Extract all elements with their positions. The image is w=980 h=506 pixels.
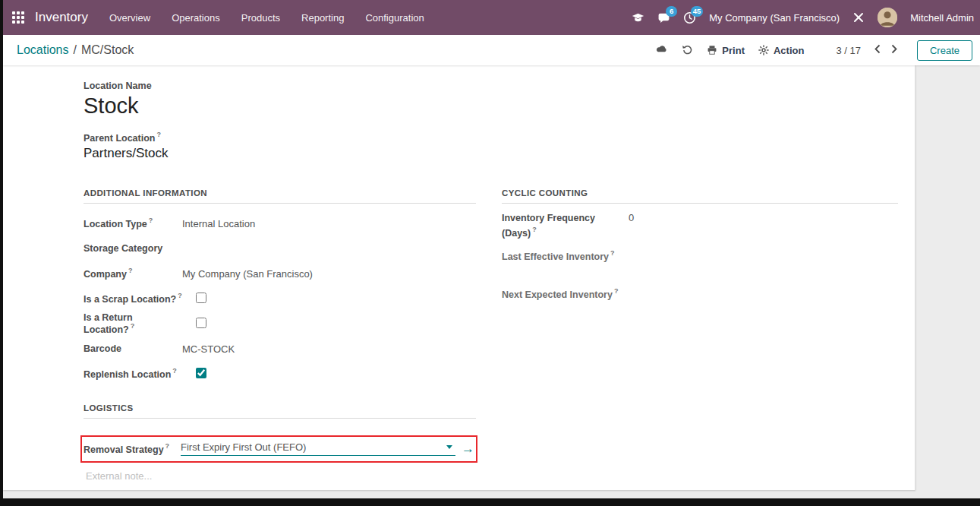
parent-location-value[interactable]: Partners/Stock <box>84 146 896 161</box>
external-note-field[interactable]: External note... <box>86 470 476 485</box>
location-name-label: Location Name <box>84 81 896 91</box>
print-button[interactable]: Print <box>707 45 745 56</box>
right-column: CYCLIC COUNTING Inventory Frequency (Day… <box>502 188 898 485</box>
systray: 6 45 My Company (San Francisco) Mitchell… <box>632 8 974 27</box>
field-last-effective-inventory: Last Effective Inventory? <box>502 249 898 286</box>
section-additional-information: ADDITIONAL INFORMATION Location Type? In… <box>84 188 476 387</box>
apps-menu-icon[interactable] <box>12 11 24 24</box>
create-button[interactable]: Create <box>917 40 972 61</box>
user-avatar <box>878 8 897 27</box>
help-icon[interactable]: ? <box>128 267 133 274</box>
messages-count-badge: 6 <box>666 6 677 17</box>
developer-tools-icon[interactable] <box>852 11 865 24</box>
field-storage-category: Storage Category <box>84 236 476 261</box>
section-logistics: LOGISTICS Removal Strategy? First Expiry… <box>84 403 476 485</box>
scrap-location-checkbox[interactable] <box>196 293 206 303</box>
action-button[interactable]: Action <box>758 45 804 56</box>
section-title-cyclic: CYCLIC COUNTING <box>502 188 898 204</box>
location-name-block: Location Name Stock <box>84 81 896 119</box>
control-panel: Locations / MC/Stock Print Action 3 / 17 <box>3 35 980 65</box>
pager-value: 3 / 17 <box>836 45 861 56</box>
field-scrap-location: Is a Scrap Location?? <box>84 286 476 312</box>
menu-overview[interactable]: Overview <box>109 12 150 24</box>
content-area: Location Name Stock Parent Location? Par… <box>3 65 980 498</box>
company-value[interactable]: My Company (San Francisco) <box>182 268 476 280</box>
form-columns: ADDITIONAL INFORMATION Location Type? In… <box>84 188 896 485</box>
replenish-location-checkbox[interactable] <box>196 368 206 378</box>
activities-button[interactable]: 45 <box>683 11 696 24</box>
parent-location-block: Parent Location? Partners/Stock <box>84 131 896 161</box>
breadcrumb: Locations / MC/Stock <box>17 43 134 57</box>
help-icon[interactable]: ? <box>172 367 177 375</box>
menu-products[interactable]: Products <box>241 12 280 24</box>
last-effective-inventory-value[interactable] <box>629 249 898 250</box>
help-icon[interactable]: ? <box>610 249 615 257</box>
app-menubar: Overview Operations Products Reporting C… <box>109 12 424 24</box>
field-company: Company? My Company (San Francisco) <box>84 261 476 286</box>
red-annotation-highlight: Removal Strategy? First Expiry First Out… <box>80 435 477 463</box>
company-switcher[interactable]: My Company (San Francisco) <box>709 12 840 24</box>
barcode-value[interactable]: MC-STOCK <box>182 343 476 355</box>
help-icon[interactable]: ? <box>614 287 619 295</box>
gear-icon <box>758 45 769 55</box>
parent-location-label: Parent Location? <box>84 131 896 144</box>
help-icon[interactable]: ? <box>178 292 182 299</box>
menu-operations[interactable]: Operations <box>172 12 220 24</box>
field-inventory-frequency: Inventory Frequency (Days)? 0 <box>502 211 898 248</box>
removal-strategy-value: First Expiry First Out (FEFO) <box>181 441 306 453</box>
app-name-inventory[interactable]: Inventory <box>35 10 88 25</box>
field-replenish-location: Replenish Location? <box>84 362 476 387</box>
breadcrumb-current: MC/Stock <box>81 43 134 57</box>
pager-previous-button[interactable] <box>874 43 881 57</box>
window-edge-left <box>0 0 3 506</box>
control-panel-right: Print Action 3 / 17 Create <box>655 40 972 61</box>
removal-strategy-select[interactable]: First Expiry First Out (FEFO) <box>181 441 455 456</box>
printer-icon <box>707 45 717 55</box>
user-name[interactable]: Mitchell Admin <box>910 12 974 24</box>
breadcrumb-separator: / <box>74 43 77 57</box>
inventory-frequency-value[interactable]: 0 <box>629 211 898 223</box>
location-type-value[interactable]: Internal Location <box>182 218 476 229</box>
form-sheet: Location Name Stock Parent Location? Par… <box>3 65 915 490</box>
pager-next-button[interactable] <box>891 43 897 57</box>
breadcrumb-locations-link[interactable]: Locations <box>17 43 69 57</box>
field-barcode: Barcode MC-STOCK <box>84 337 476 362</box>
menu-reporting[interactable]: Reporting <box>301 12 344 24</box>
help-icon[interactable]: ? <box>532 226 537 233</box>
top-navbar: Inventory Overview Operations Products R… <box>3 0 980 35</box>
pager <box>874 43 897 57</box>
help-icon[interactable]: ? <box>156 131 161 138</box>
help-icon[interactable]: ? <box>149 217 153 224</box>
return-location-checkbox[interactable] <box>196 318 206 328</box>
field-removal-strategy: Removal Strategy? First Expiry First Out… <box>84 439 474 459</box>
discard-undo-icon[interactable] <box>682 43 693 58</box>
section-cyclic-counting: CYCLIC COUNTING Inventory Frequency (Day… <box>502 188 898 324</box>
cloud-save-icon[interactable] <box>655 43 668 57</box>
section-title-additional: ADDITIONAL INFORMATION <box>84 188 476 204</box>
activities-count-badge: 45 <box>691 6 704 17</box>
internal-link-arrow-icon[interactable]: → <box>462 442 474 455</box>
learning-cap-icon[interactable] <box>632 11 644 24</box>
menu-configuration[interactable]: Configuration <box>365 12 424 24</box>
help-icon[interactable]: ? <box>131 322 135 330</box>
location-name-value[interactable]: Stock <box>84 93 896 119</box>
next-expected-inventory-value[interactable] <box>629 287 898 288</box>
dropdown-caret-icon <box>446 445 452 449</box>
window-edge-bottom <box>0 498 980 506</box>
field-return-location: Is a Return Location?? <box>84 312 476 337</box>
left-column: ADDITIONAL INFORMATION Location Type? In… <box>84 188 476 485</box>
field-location-type: Location Type? Internal Location <box>84 211 476 236</box>
messages-button[interactable]: 6 <box>657 11 670 24</box>
field-next-expected-inventory: Next Expected Inventory? <box>502 287 898 324</box>
help-icon[interactable]: ? <box>165 442 170 450</box>
user-menu[interactable] <box>878 8 897 27</box>
odoo-window: Inventory Overview Operations Products R… <box>0 0 980 506</box>
section-title-logistics: LOGISTICS <box>84 403 476 419</box>
